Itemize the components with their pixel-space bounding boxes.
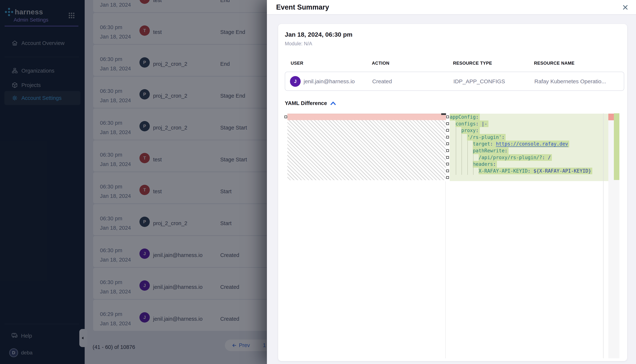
col-action: ACTION xyxy=(372,60,389,66)
event-resource-name: Rafay Kubernetes Operatio... xyxy=(534,78,606,84)
diff-code-line: proxy: xyxy=(450,127,608,134)
diff-added-text: configs: |- xyxy=(456,120,488,127)
diff-empty-region-hatch xyxy=(287,120,446,180)
diff-modified-pane: appConfig:configs: |-proxy:'/rs-plugin':… xyxy=(450,113,608,181)
event-summary-card: Jan 18, 2024, 06:30 pm Module: N/A USER … xyxy=(278,24,627,361)
diff-added-text: pathRewrite: xyxy=(473,147,509,154)
diff-glyph-square xyxy=(446,163,449,166)
diff-code-line: pathRewrite: xyxy=(450,147,608,154)
diff-added-text: headers: xyxy=(473,161,497,168)
diff-content-edge-line xyxy=(603,113,603,358)
diff-glyph-square xyxy=(446,142,449,145)
diff-glyph-square xyxy=(446,176,449,179)
col-resource-type: RESOURCE TYPE xyxy=(453,60,492,66)
event-module: Module: N/A xyxy=(285,41,312,46)
event-user-email: jenil.jain@harness.io xyxy=(304,78,355,84)
diff-glyph-square xyxy=(446,136,449,138)
diff-code-line: /api/proxy/rs-plugin/?: / xyxy=(450,154,608,161)
diff-glyph-square xyxy=(446,116,449,118)
diff-glyph-square xyxy=(446,170,449,172)
diff-code-line: target: https://console.rafay.dev xyxy=(450,140,608,147)
event-table-row: J jenil.jain@harness.io Created IDP_APP_… xyxy=(285,72,624,91)
diff-glyph-square xyxy=(446,129,449,132)
diff-glyph-square xyxy=(446,156,449,159)
modal-header: Event Summary xyxy=(267,0,636,15)
diff-code-line xyxy=(450,174,608,181)
indent-guide xyxy=(467,141,468,175)
diff-added-text: appConfig: xyxy=(450,114,480,120)
indent-guide xyxy=(462,134,462,175)
yaml-difference-toggle[interactable]: YAML Difference xyxy=(285,100,336,106)
chevron-up-icon xyxy=(330,102,336,105)
event-action: Created xyxy=(372,78,392,84)
event-resource-type: IDP_APP_CONFIGS xyxy=(453,78,505,84)
diff-added-text: '/rs-plugin': xyxy=(467,134,506,141)
diff-code-line: '/rs-plugin': xyxy=(450,134,608,141)
diff-original-pane xyxy=(287,113,446,180)
diff-added-text: X-RAFAY-API-KEYID: ${X-RAFAY-API-KEYID} xyxy=(479,168,592,174)
col-resource-name: RESOURCE NAME xyxy=(534,60,575,66)
diff-glyph-square xyxy=(446,122,449,125)
ruler-deleted-marker xyxy=(608,114,614,120)
harness-audit-trail-screen: harness Admin Settings Account OverviewO… xyxy=(0,0,636,364)
modal-title: Event Summary xyxy=(276,3,329,11)
diff-scrollbar-thumb[interactable] xyxy=(441,113,446,115)
col-user: USER xyxy=(291,60,303,66)
event-user-avatar: J xyxy=(290,76,301,87)
event-summary-modal: Event Summary Jan 18, 2024, 06:30 pm Mod… xyxy=(267,0,636,364)
yaml-difference-label: YAML Difference xyxy=(285,100,327,106)
yaml-diff-editor: appConfig:configs: |-proxy:'/rs-plugin':… xyxy=(284,113,621,358)
indent-guide xyxy=(456,127,456,175)
diff-glyph-square xyxy=(284,116,287,118)
diff-code-line: headers: xyxy=(450,161,608,168)
ruler-added-marker xyxy=(614,113,619,180)
diff-left-track-line xyxy=(445,181,446,358)
diff-added-text: /api/proxy/rs-plugin/?: / xyxy=(479,154,552,161)
diff-code-line: X-RAFAY-API-KEYID: ${X-RAFAY-API-KEYID} xyxy=(450,168,608,174)
indent-guide xyxy=(473,154,474,175)
diff-glyph-square xyxy=(446,149,449,152)
event-timestamp: Jan 18, 2024, 06:30 pm xyxy=(285,31,352,38)
diff-deleted-line xyxy=(287,114,446,120)
diff-code-line: configs: |- xyxy=(450,120,608,127)
diff-added-text: proxy: xyxy=(461,127,480,134)
close-icon[interactable] xyxy=(622,4,629,11)
diff-added-text: target: https://console.rafay.dev xyxy=(473,140,569,147)
diff-code-line: appConfig: xyxy=(450,114,608,120)
modal-backdrop[interactable] xyxy=(0,0,267,364)
